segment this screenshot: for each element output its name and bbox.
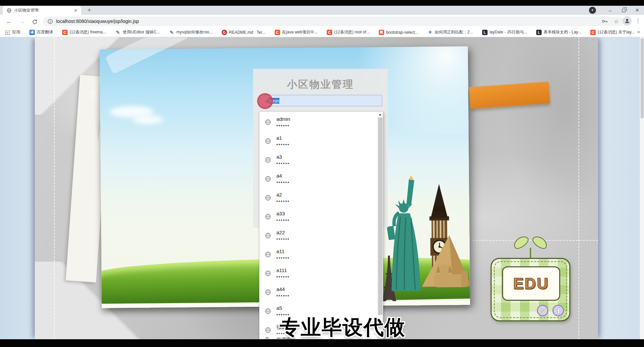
bookmark-item[interactable]: C (12条消息) freema...	[62, 29, 106, 35]
page-scrollbar-thumb[interactable]	[641, 38, 644, 118]
screen: 小区物业管理 × + ▾ – × ← → localhost:8080/xi	[0, 0, 644, 347]
bookmark-label: layDate - JS日期与...	[490, 29, 527, 35]
bookmark-favicon-icon: G	[222, 30, 227, 35]
bookmark-favicon-icon: C	[62, 30, 68, 35]
autofill-suggestion-row[interactable]: a11 ••••••	[259, 246, 377, 265]
bookmark-label: (12条消息) freema...	[70, 29, 106, 35]
bookmark-item[interactable]: C (12条消息) root of...	[327, 29, 370, 35]
url-text[interactable]: localhost:8080/xiaoquwuye/jsp/login.jsp	[56, 19, 602, 24]
scrollbar-up-arrow-icon[interactable]	[377, 112, 383, 117]
bookmark-item[interactable]: 简 bootstrap-select...	[379, 30, 418, 35]
bookmark-item[interactable]: G README.md · Ter...	[222, 30, 266, 35]
globe-icon	[265, 119, 271, 125]
sprout-leaf	[530, 234, 549, 251]
suggestion-password-mask: ••••••	[276, 274, 290, 279]
browser-toolbar: ← → localhost:8080/xiaoquwuye/jsp/login.…	[0, 15, 644, 28]
reload-icon	[32, 19, 38, 25]
site-info-icon[interactable]	[48, 19, 53, 24]
autofill-suggestion-row[interactable]: a111 ••••••	[259, 265, 377, 284]
bookmark-favicon-icon: ✎	[115, 30, 121, 35]
autofill-suggestion-row[interactable]: a3 ••••••	[259, 152, 377, 170]
close-window-button[interactable]: ×	[630, 7, 644, 14]
bookmark-favicon-icon: C	[590, 30, 596, 35]
profile-avatar[interactable]	[622, 16, 632, 26]
sprout-leaf	[512, 234, 530, 251]
edu-logo: EDU	[491, 235, 570, 325]
cloud	[132, 115, 163, 124]
letterbox-top	[0, 0, 644, 6]
password-key-icon[interactable]	[602, 19, 608, 23]
bookmark-label: mysql如何修改roo...	[176, 29, 213, 35]
bookmark-label: README.md · Ter...	[229, 30, 266, 35]
bookmark-item[interactable]: ✳ 如何用正则匹配：2...	[427, 29, 473, 35]
autofill-suggestion-row[interactable]: a1 ••••••	[259, 133, 377, 152]
autofill-suggestion-row[interactable]: admin ••••••	[259, 114, 377, 133]
stitch-line-left	[54, 37, 55, 339]
browser-tab[interactable]: 小区物业管理 ×	[3, 6, 81, 15]
tv-knob-pencil	[537, 305, 548, 316]
new-tab-button[interactable]: +	[85, 7, 93, 14]
autofill-suggestion-row[interactable]: a4 ••••••	[259, 170, 377, 189]
login-title: 小区物业管理	[253, 78, 388, 91]
globe-icon	[265, 308, 271, 314]
bookmark-favicon-icon: ✎	[169, 30, 174, 35]
dropdown-scrollbar[interactable]	[377, 112, 383, 339]
edu-tv-screen: EDU	[502, 266, 560, 301]
minimize-button[interactable]: –	[603, 8, 617, 13]
globe-icon	[265, 157, 271, 163]
tab-close-icon[interactable]: ×	[73, 8, 78, 13]
globe-icon	[265, 270, 271, 276]
statue-of-liberty	[386, 176, 421, 291]
address-bar[interactable]: localhost:8080/xiaoquwuye/jsp/login.jsp …	[43, 17, 623, 26]
suggestion-password-mask: ••••••	[276, 142, 290, 147]
autofill-suggestion-row[interactable]: a33 ••••••	[259, 208, 377, 227]
suggestion-password-mask: ••••••	[276, 198, 290, 204]
restore-button[interactable]	[617, 8, 630, 13]
reload-button[interactable]	[30, 17, 39, 26]
bookmarks-overflow-chevron[interactable]: »	[637, 29, 640, 34]
bookmark-label: 在java web项目中...	[282, 29, 318, 35]
bookmark-item[interactable]: 译 百度翻译	[29, 29, 53, 35]
bookmark-favicon-icon: 简	[379, 30, 384, 35]
autofill-suggestion-row[interactable]: a2 ••••••	[259, 189, 377, 208]
bookmark-favicon-icon: 译	[29, 30, 35, 35]
bookmark-item[interactable]: L layDate - JS日期与...	[482, 29, 527, 35]
bookmark-favicon-icon: ✳	[427, 30, 433, 35]
sprout-stem	[530, 248, 531, 259]
edu-logo-text: EDU	[513, 274, 549, 293]
suggestion-password-mask: ••••••	[276, 217, 290, 222]
browser-menu-icon[interactable]: ⋮	[635, 17, 641, 25]
landmarks-illustration	[380, 174, 470, 294]
bookmark-item[interactable]: ✎ 使用UEditor 报错C...	[115, 29, 160, 35]
bookmark-item[interactable]: ✎ mysql如何修改roo...	[169, 29, 213, 35]
page-scrollbar[interactable]	[640, 37, 644, 339]
bookmark-label: 表单模块文档 - Lay...	[544, 29, 581, 35]
bookmark-label: 百度翻译	[37, 29, 53, 35]
username-input[interactable]: admin	[259, 95, 382, 106]
back-button[interactable]: ←	[5, 17, 14, 26]
media-control-button[interactable]: ▾	[589, 7, 596, 14]
suggestion-username: admin	[276, 116, 290, 122]
tab-strip: 小区物业管理 × + ▾ – ×	[0, 6, 644, 15]
autofill-suggestion-row[interactable]: a22 ••••••	[259, 227, 377, 246]
scrollbar-thumb[interactable]	[378, 117, 382, 315]
bookmark-label: 如何用正则匹配：2...	[435, 29, 473, 35]
bookmark-item[interactable]: 应用	[5, 29, 20, 35]
bookmark-label: 使用UEditor 报错C...	[123, 29, 160, 35]
forward-button[interactable]: →	[18, 17, 26, 26]
suggestion-username: a11	[276, 248, 284, 254]
restore-icon	[622, 9, 625, 12]
bookmark-item[interactable]: L 表单模块文档 - Lay...	[536, 29, 581, 35]
bookmark-star-icon[interactable]: ☆	[614, 18, 619, 25]
suggestion-password-mask: ••••••	[276, 180, 290, 185]
bookmark-item[interactable]: C 在java web项目中...	[275, 29, 318, 35]
tab-favicon-globe-icon	[7, 8, 11, 13]
autofill-suggestion-row[interactable]: a44 ••••••	[259, 284, 377, 303]
suggestion-password-mask: ••••••	[276, 236, 290, 241]
bookmark-label: (12条消息) 关于lay...	[598, 29, 635, 35]
suggestion-username: a44	[276, 286, 285, 292]
autofill-dropdown: admin •••••• a1 ••••••	[259, 111, 383, 339]
bookmarks-bar: 应用 译 百度翻译 C (12条消息) freema... ✎ 使用UEdito…	[0, 28, 644, 37]
suggestion-username: a2	[276, 192, 282, 197]
bookmark-item[interactable]: C (12条消息) 关于lay...	[590, 29, 635, 35]
